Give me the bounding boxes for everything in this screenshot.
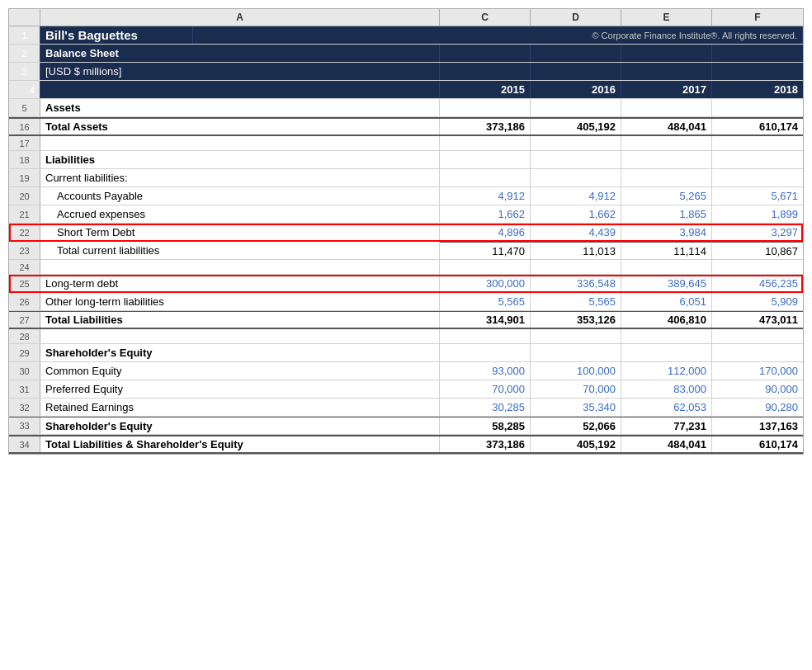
- total-liabilities-2018: 473,011: [712, 312, 803, 328]
- shareholders-equity-2017: 77,231: [621, 418, 712, 434]
- rownum-4: 4: [9, 81, 40, 98]
- accounts-payable-2015: 4,912: [440, 187, 531, 205]
- accounts-payable-label: Accounts Payable: [40, 187, 440, 205]
- total-assets-2017: 484,041: [621, 119, 712, 134]
- rownum-26: 26: [9, 293, 40, 310]
- row-2: 2 Balance Sheet: [9, 45, 803, 63]
- rownum-23: 23: [9, 242, 40, 259]
- col-header-c: C: [440, 9, 531, 26]
- rownum-17: 17: [9, 136, 40, 150]
- rownum-32: 32: [9, 399, 40, 416]
- row-34: 34 Total Liabilities & Shareholder's Equ…: [9, 435, 803, 454]
- preferred-equity-label: Preferred Equity: [40, 380, 440, 398]
- rownum-16: 16: [9, 119, 40, 134]
- year-2017: 2017: [621, 81, 712, 98]
- total-assets-2016: 405,192: [531, 119, 621, 134]
- total-assets-2015: 373,186: [440, 119, 531, 134]
- accrued-expenses-2015: 1,662: [440, 205, 531, 223]
- copyright: © Corporate Finance Institute®. All righ…: [193, 26, 803, 44]
- row-27: 27 Total Liabilities 314,901 353,126 406…: [9, 311, 803, 329]
- total-liabilities-2017: 406,810: [621, 312, 712, 328]
- row-1: 1 Bill's Baguettes © Corporate Finance I…: [9, 26, 803, 45]
- row-28: 28: [9, 329, 803, 344]
- rownum-33: 33: [9, 418, 40, 434]
- col-header-e: E: [621, 9, 712, 26]
- year-2016: 2016: [531, 81, 621, 98]
- total-liabilities-equity-2017: 484,041: [621, 436, 712, 452]
- preferred-equity-2018: 90,000: [712, 380, 803, 398]
- total-current-liabilities-2016: 11,013: [531, 242, 621, 259]
- rownum-28: 28: [9, 329, 40, 343]
- col-header-a: A: [40, 9, 440, 26]
- row-4: 4 2015 2016 2017 2018: [9, 81, 803, 99]
- retained-earnings-label: Retained Earnings: [40, 399, 440, 416]
- rownum-19: 19: [9, 169, 40, 186]
- balance-sheet-label: Balance Sheet: [40, 45, 440, 62]
- other-long-term-2016: 5,565: [531, 293, 621, 310]
- common-equity-2015: 93,000: [440, 362, 531, 380]
- accrued-expenses-2017: 1,865: [621, 205, 712, 223]
- usd-label: [USD $ millions]: [40, 63, 440, 80]
- col-header-f: F: [712, 9, 803, 26]
- total-liabilities-2015: 314,901: [440, 312, 531, 328]
- common-equity-2017: 112,000: [621, 362, 712, 380]
- row-29: 29 Shareholder's Equity: [9, 344, 803, 362]
- short-term-debt-2016: 4,439: [531, 224, 621, 241]
- rownum-18: 18: [9, 151, 40, 168]
- other-long-term-2017: 6,051: [621, 293, 712, 310]
- rownum-21: 21: [9, 205, 40, 223]
- preferred-equity-2015: 70,000: [440, 380, 531, 398]
- total-current-liabilities-2017: 11,114: [621, 242, 712, 259]
- preferred-equity-2016: 70,000: [531, 380, 621, 398]
- accrued-expenses-2018: 1,899: [712, 205, 803, 223]
- row-23: 23 Total current liabilities 11,470 11,0…: [9, 242, 803, 260]
- row-19: 19 Current liabilities:: [9, 169, 803, 187]
- common-equity-2016: 100,000: [531, 362, 621, 380]
- rownum-30: 30: [9, 362, 40, 380]
- row-26: 26 Other long-term liabilities 5,565 5,5…: [9, 293, 803, 311]
- year-2015: 2015: [440, 81, 531, 98]
- row-21: 21 Accrued expenses 1,662 1,662 1,865 1,…: [9, 205, 803, 224]
- row-16: 16 Total Assets 373,186 405,192 484,041 …: [9, 117, 803, 136]
- col-headers: A C D E F: [9, 9, 803, 26]
- accrued-expenses-2016: 1,662: [531, 205, 621, 223]
- row-33: 33 Shareholder's Equity 58,285 52,066 77…: [9, 417, 803, 435]
- total-current-liabilities-label: Total current liabilities: [40, 242, 440, 259]
- long-term-debt-2015: 300,000: [440, 275, 531, 292]
- shareholders-equity-header: Shareholder's Equity: [40, 344, 440, 361]
- total-current-liabilities-2015: 11,470: [440, 242, 531, 259]
- total-liabilities-equity-label: Total Liabilities & Shareholder's Equity: [40, 436, 440, 452]
- col-header-d: D: [531, 9, 621, 26]
- spreadsheet: A C D E F 1 Bill's Baguettes © Corporate…: [8, 8, 804, 455]
- common-equity-2018: 170,000: [712, 362, 803, 380]
- other-long-term-2015: 5,565: [440, 293, 531, 310]
- rownum-29: 29: [9, 344, 40, 361]
- short-term-debt-2018: 3,297: [712, 224, 803, 241]
- accrued-expenses-label: Accrued expenses: [40, 205, 440, 223]
- row-30: 30 Common Equity 93,000 100,000 112,000 …: [9, 362, 803, 380]
- total-current-liabilities-2018: 10,867: [712, 242, 803, 259]
- rownum-22: 22: [9, 224, 40, 241]
- rownum-1: 1: [9, 26, 40, 44]
- shareholders-equity-total-label: Shareholder's Equity: [40, 418, 440, 434]
- liabilities-header: Liabilities: [40, 151, 440, 168]
- rownum-24: 24: [9, 260, 40, 274]
- short-term-debt-2015: 4,896: [440, 224, 531, 241]
- row-25: 25 Long-term debt 300,000 336,548 389,64…: [9, 275, 803, 293]
- retained-earnings-2017: 62,053: [621, 399, 712, 416]
- preferred-equity-2017: 83,000: [621, 380, 712, 398]
- shareholders-equity-2016: 52,066: [531, 418, 621, 434]
- col-header-rownum: [9, 9, 40, 26]
- short-term-debt-label: Short Term Debt: [40, 224, 440, 241]
- row-20: 20 Accounts Payable 4,912 4,912 5,265 5,…: [9, 187, 803, 205]
- total-assets-label: Total Assets: [40, 119, 440, 134]
- short-term-debt-2017: 3,984: [621, 224, 712, 241]
- common-equity-label: Common Equity: [40, 362, 440, 380]
- other-long-term-label: Other long-term liabilities: [40, 293, 440, 310]
- shareholders-equity-2015: 58,285: [440, 418, 531, 434]
- total-liabilities-equity-2018: 610,174: [712, 436, 803, 452]
- rownum-2: 2: [9, 45, 40, 62]
- total-liabilities-label: Total Liabilities: [40, 312, 440, 328]
- company-name: Bill's Baguettes: [40, 26, 193, 44]
- shareholders-equity-2018: 137,163: [712, 418, 803, 434]
